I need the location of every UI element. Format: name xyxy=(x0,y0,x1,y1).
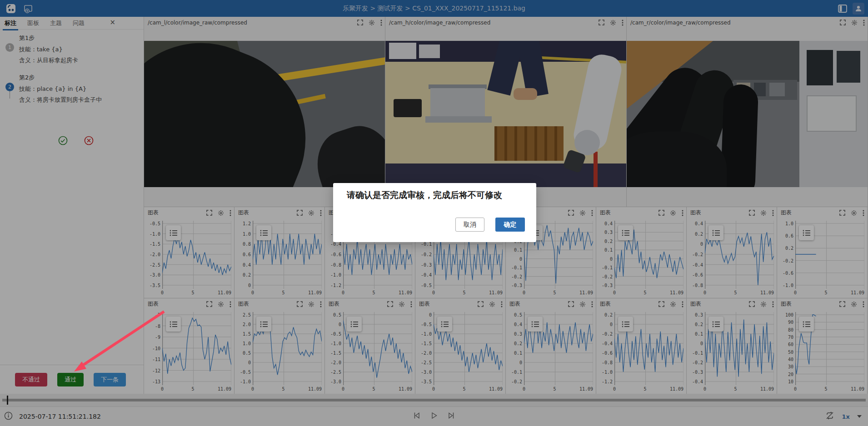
dialog-cancel-button[interactable]: 取消 xyxy=(455,218,484,232)
confirm-review-dialog: 请确认是否完成审核，完成后将不可修改 取消 确定 xyxy=(333,183,536,242)
app-window: 乐聚开发 > 测试开发 > CS_01_XXX_20250717_115121.… xyxy=(0,0,868,426)
dialog-title: 请确认是否完成审核，完成后将不可修改 xyxy=(347,189,502,201)
dialog-confirm-button[interactable]: 确定 xyxy=(495,218,525,232)
